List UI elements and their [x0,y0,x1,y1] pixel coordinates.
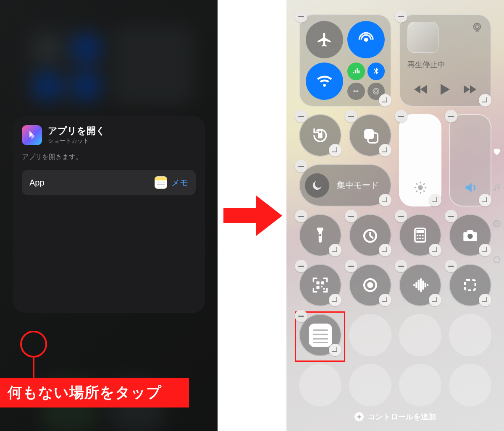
drag-handle[interactable] [479,244,491,256]
flashlight-button[interactable] [299,214,341,256]
svg-rect-26 [323,288,325,290]
qr-code-button[interactable] [299,264,341,306]
app-value: メモ [171,177,188,188]
svg-point-19 [419,238,421,239]
remove-badge[interactable] [295,110,307,123]
empty-slot[interactable] [399,314,441,356]
music-icon [492,183,501,194]
drag-handle[interactable] [379,194,391,206]
connectivity-panel[interactable] [299,14,391,107]
broadcast-icon [492,219,501,230]
drag-handle[interactable] [479,294,491,306]
remove-badge[interactable] [295,260,307,272]
empty-slot[interactable] [349,314,391,356]
remove-badge[interactable] [395,110,407,123]
media-panel[interactable]: 再生停止中 [399,14,491,107]
album-art [407,22,438,53]
drag-handle[interactable] [479,94,491,107]
remove-badge[interactable] [345,110,357,123]
svg-rect-25 [321,286,323,287]
timer-button[interactable] [349,214,391,256]
drag-handle[interactable] [329,294,341,306]
svg-rect-7 [318,133,323,138]
svg-point-15 [417,235,418,236]
plus-icon: ＋ [354,412,364,421]
bluetooth-button[interactable] [368,63,385,80]
dashed-square-button[interactable] [449,264,491,306]
remove-badge[interactable] [295,210,307,222]
drag-handle[interactable] [429,244,441,256]
drag-handle[interactable] [329,344,341,356]
remove-badge[interactable] [445,110,457,123]
airplay-icon[interactable] [471,22,483,34]
svg-point-31 [494,257,500,263]
focus-mode-button[interactable]: 集中モード [299,164,391,206]
drag-handle[interactable] [379,244,391,256]
moon-icon [305,173,329,198]
remove-badge[interactable] [445,210,457,222]
remove-badge[interactable] [395,10,407,23]
control-center-edit: 再生停止中 [286,0,504,431]
side-icons [490,147,504,266]
svg-point-28 [367,282,373,288]
left-screenshot: アプリを開く ショートカット アプリを開きます。 App メモ 何もない場所をタ… [0,0,218,431]
notes-app-icon [155,176,167,189]
empty-slot[interactable] [449,364,491,406]
app-selector-row[interactable]: App メモ [22,170,196,195]
remove-badge[interactable] [345,210,357,222]
svg-point-21 [467,234,472,239]
hotspot-button[interactable] [347,83,365,100]
add-control-button[interactable]: ＋ コントロールを追加 [286,412,504,422]
rotation-lock-button[interactable] [299,114,341,157]
airdrop-button[interactable] [347,21,385,58]
camera-button[interactable] [449,214,491,256]
svg-point-0 [364,38,368,42]
svg-rect-22 [317,282,320,285]
drag-handle[interactable] [379,294,391,306]
brightness-icon [413,180,428,195]
play-button[interactable] [440,83,451,97]
drag-handle[interactable] [379,144,391,157]
drag-handle[interactable] [329,244,341,256]
remove-badge[interactable] [445,260,457,272]
drag-handle[interactable] [429,294,441,306]
heart-icon [492,147,501,158]
drag-handle[interactable] [329,144,341,157]
empty-slot[interactable] [299,364,341,406]
svg-point-10 [418,185,423,190]
screen-record-button[interactable] [349,264,391,306]
remove-badge[interactable] [295,310,307,322]
svg-rect-29 [465,280,475,290]
svg-rect-23 [321,282,324,285]
svg-point-5 [475,25,479,29]
screen-mirroring-button[interactable] [349,114,391,157]
remove-badge[interactable] [345,260,357,272]
remove-badge[interactable] [295,10,307,23]
drag-handle[interactable] [379,94,391,107]
wifi-button[interactable] [306,63,343,100]
volume-icon [463,180,478,195]
drag-handle[interactable] [429,194,441,206]
rewind-button[interactable] [413,84,428,96]
remove-badge[interactable] [395,210,407,222]
forward-button[interactable] [463,84,477,96]
empty-slot[interactable] [449,314,491,356]
svg-rect-14 [417,230,424,233]
airplane-mode-button[interactable] [306,21,343,58]
card-subtitle: ショートカット [48,137,105,145]
svg-point-11 [319,234,321,236]
empty-slot[interactable] [399,364,441,406]
svg-point-16 [419,235,421,236]
annotation-leader-line [33,358,34,379]
calculator-button[interactable] [399,214,441,256]
sound-recognition-button[interactable] [399,264,441,306]
remove-badge[interactable] [295,160,307,172]
right-screenshot: 再生停止中 [286,0,504,431]
shortcut-card: アプリを開く ショートカット アプリを開きます。 App メモ [13,116,205,313]
volume-slider[interactable] [449,114,491,206]
cellular-button[interactable] [347,63,365,80]
svg-point-30 [496,223,498,225]
brightness-slider[interactable] [399,114,441,206]
annotation-label: 何もない場所をタップ [0,378,189,407]
empty-slot[interactable] [349,364,391,406]
